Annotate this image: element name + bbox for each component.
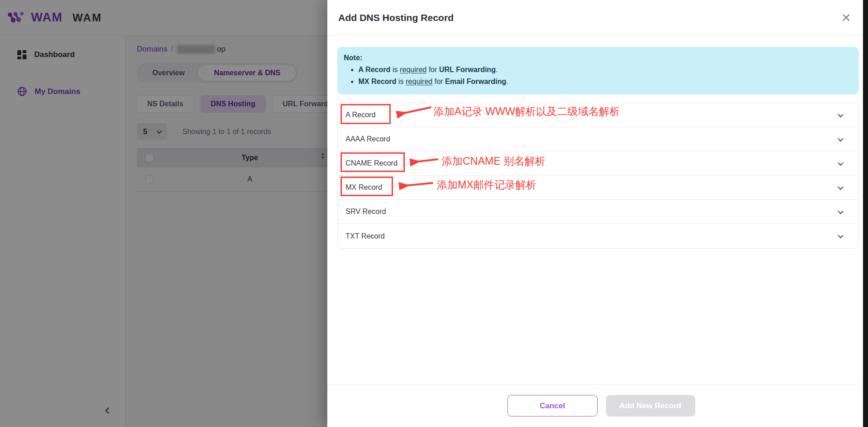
modal-header: Add DNS Hosting Record ✕	[327, 0, 863, 36]
accordion-label: SRV Record	[346, 208, 386, 216]
accordion-label: TXT Record	[346, 232, 385, 240]
note-item: A Record is required for URL Forwarding.	[358, 65, 852, 75]
record-type-accordion: A Record AAAA Record CNAME Record MX Rec…	[337, 103, 859, 249]
accordion-row-cname-record[interactable]: CNAME Record	[338, 151, 858, 176]
chevron-down-icon	[838, 184, 844, 190]
note-item: MX Record is required for Email Forwardi…	[358, 77, 852, 87]
chevron-down-icon	[838, 233, 844, 239]
chevron-down-icon	[838, 208, 844, 214]
accordion-label: AAAA Record	[346, 135, 390, 143]
modal-title: Add DNS Hosting Record	[338, 12, 454, 23]
cancel-button[interactable]: Cancel	[507, 395, 598, 417]
window-edge-strip	[863, 0, 868, 427]
accordion-row-a-record[interactable]: A Record	[338, 103, 858, 127]
add-new-record-button[interactable]: Add New Record	[606, 395, 695, 417]
accordion-label: MX Record	[346, 183, 382, 192]
note-list: A Record is required for URL Forwarding.…	[358, 65, 852, 87]
note-box: Note: A Record is required for URL Forwa…	[337, 47, 859, 94]
modal-body: Note: A Record is required for URL Forwa…	[327, 36, 863, 249]
modal-footer: Cancel Add New Record	[327, 384, 863, 427]
accordion-row-mx-record[interactable]: MX Record	[338, 176, 858, 200]
accordion-row-srv-record[interactable]: SRV Record	[338, 200, 858, 224]
chevron-down-icon	[838, 111, 844, 117]
accordion-label: A Record	[346, 111, 376, 119]
note-heading: Note:	[344, 54, 852, 62]
accordion-row-txt-record[interactable]: TXT Record	[338, 224, 858, 248]
chevron-down-icon	[838, 160, 844, 166]
accordion-row-aaaa-record[interactable]: AAAA Record	[338, 127, 858, 151]
close-icon[interactable]: ✕	[837, 10, 855, 26]
add-dns-record-modal: Add DNS Hosting Record ✕ Note: A Record …	[327, 0, 863, 427]
chevron-down-icon	[838, 135, 844, 141]
accordion-label: CNAME Record	[346, 159, 398, 167]
